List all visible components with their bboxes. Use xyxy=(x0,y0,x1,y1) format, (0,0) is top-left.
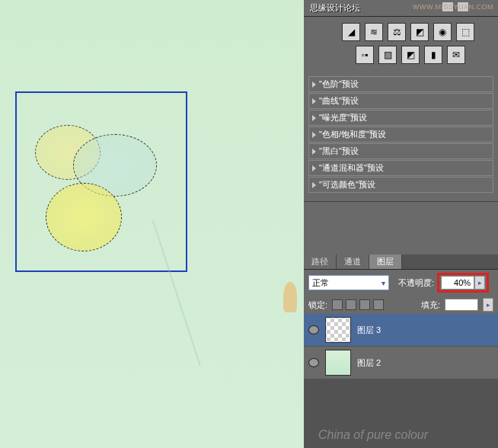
fill-label: 填充: xyxy=(421,299,440,311)
triangle-icon xyxy=(312,165,316,171)
preset-label: "黑白"预设 xyxy=(319,146,359,157)
preset-label: "曝光度"预设 xyxy=(319,112,367,123)
lock-position-icon[interactable] xyxy=(359,299,370,310)
footer-watermark: China of pure colour xyxy=(318,428,428,442)
envelope-icon[interactable]: ✉ xyxy=(447,46,465,64)
canvas-area[interactable] xyxy=(0,0,303,448)
opacity-flyout-icon[interactable]: ▸ xyxy=(474,276,485,290)
right-panel: 思缘设计论坛 WWW.MISSYUAN.COM ◢ ≋ ⚖ ◩ ◉ ⬚ ▫▪ ▨… xyxy=(304,0,498,448)
layer-row[interactable]: 图层 3 xyxy=(304,314,498,347)
triangle-icon xyxy=(312,132,316,138)
preset-item[interactable]: "可选颜色"预设 xyxy=(308,177,493,193)
preset-item[interactable]: "曝光度"预设 xyxy=(308,110,493,126)
preset-list: "色阶"预设 "曲线"预设 "曝光度"预设 "色相/饱和度"预设 "黑白"预设 … xyxy=(304,75,498,201)
preset-label: "通道混和器"预设 xyxy=(319,162,384,174)
fill-input[interactable]: 100% xyxy=(445,299,478,311)
visibility-eye-icon[interactable] xyxy=(308,358,319,367)
lock-row: 锁定: 填充: 100% ▸ xyxy=(304,296,498,314)
figure-shape xyxy=(283,282,297,312)
gradient2-icon[interactable]: ▮ xyxy=(424,46,442,64)
opacity-input[interactable]: 40% xyxy=(441,276,474,290)
fill-value: 100% xyxy=(453,300,474,309)
layer-row[interactable]: 图层 2 xyxy=(304,347,498,379)
preset-item[interactable]: "曲线"预设 xyxy=(308,93,493,109)
panel-titlebar: 思缘设计论坛 WWW.MISSYUAN.COM xyxy=(304,0,498,17)
triangle-icon xyxy=(312,98,316,104)
preset-label: "曲线"预设 xyxy=(319,95,359,107)
adjustment-icons: ◢ ≋ ⚖ ◩ ◉ ⬚ ▫▪ ▨ ◩ ▮ ✉ xyxy=(304,17,498,75)
layer-name: 图层 3 xyxy=(357,325,381,336)
triangle-icon xyxy=(312,182,316,188)
opacity-control-highlighted: 40% ▸ xyxy=(437,273,489,293)
preset-label: "色阶"预设 xyxy=(319,78,359,90)
opacity-label: 不透明度: xyxy=(398,277,434,289)
selection-blob xyxy=(46,183,122,251)
balance-icon[interactable]: ⚖ xyxy=(388,23,406,41)
lock-label: 锁定: xyxy=(308,299,327,311)
preset-item[interactable]: "通道混和器"预设 xyxy=(308,160,493,176)
layer-thumbnail[interactable] xyxy=(325,350,351,376)
layers-list: 图层 3 图层 2 xyxy=(304,314,498,379)
lock-transparency-icon[interactable] xyxy=(332,299,343,310)
contrast-icon[interactable]: ◩ xyxy=(410,23,429,41)
lock-pixels-icon[interactable] xyxy=(346,299,356,310)
curves-icon[interactable]: ≋ xyxy=(365,23,383,41)
fill-flyout-icon[interactable]: ▸ xyxy=(483,298,493,312)
preset-item[interactable]: "色相/饱和度"预设 xyxy=(308,126,493,142)
panel-spacer xyxy=(304,201,498,254)
blend-mode-select[interactable]: 正常 ▾ xyxy=(308,275,389,290)
levels-icon[interactable]: ◢ xyxy=(342,23,360,41)
titlebar-text: 思缘设计论坛 xyxy=(310,2,360,14)
tab-paths[interactable]: 路径 xyxy=(304,254,337,269)
blend-mode-value: 正常 xyxy=(312,277,329,289)
preset-label: "可选颜色"预设 xyxy=(319,179,375,190)
layer-thumbnail[interactable] xyxy=(325,317,351,343)
watermark-url: WWW.MISSYUAN.COM xyxy=(413,3,493,11)
preset-item[interactable]: "黑白"预设 xyxy=(308,143,493,159)
layer-name: 图层 2 xyxy=(357,357,381,369)
photo-icon[interactable]: ◉ xyxy=(433,23,452,41)
lock-icons xyxy=(332,299,384,310)
gradient1-icon[interactable]: ▨ xyxy=(378,46,397,64)
tab-channels[interactable]: 通道 xyxy=(337,254,369,269)
triangle-icon xyxy=(312,115,316,121)
misc-icon[interactable]: ⬚ xyxy=(456,23,474,41)
preset-item[interactable]: "色阶"预设 xyxy=(308,76,493,92)
visibility-eye-icon[interactable] xyxy=(308,325,319,334)
triangle-icon xyxy=(312,82,316,88)
lock-all-icon[interactable] xyxy=(373,299,384,310)
preset-label: "色相/饱和度"预设 xyxy=(319,129,386,140)
blend-row: 正常 ▾ 不透明度: 40% ▸ xyxy=(304,270,498,296)
stripe-icon[interactable]: ◩ xyxy=(401,46,420,64)
triangle-icon xyxy=(312,149,316,155)
opacity-value: 40% xyxy=(454,278,471,287)
dropdown-arrow-icon: ▾ xyxy=(381,279,385,287)
panel-tabs: 路径 通道 图层 xyxy=(304,254,498,270)
swap-icon[interactable]: ▫▪ xyxy=(356,46,374,64)
tab-layers[interactable]: 图层 xyxy=(369,254,402,269)
